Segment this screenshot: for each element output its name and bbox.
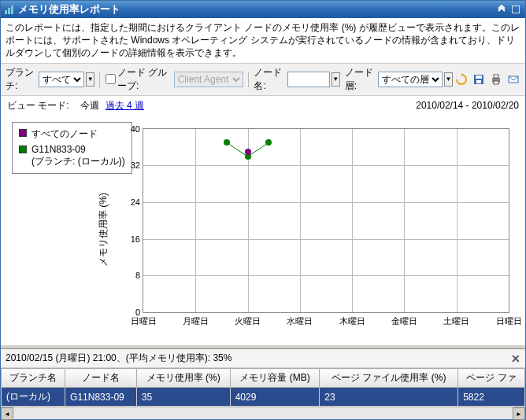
viewmode-current: 今週	[80, 99, 99, 112]
svg-rect-2	[11, 6, 13, 14]
data-point[interactable]	[245, 149, 251, 155]
svg-rect-9	[494, 81, 498, 84]
table-row[interactable]: (ローカル)G11N833-09354029235822	[2, 388, 525, 407]
plot-area[interactable]: 0816243240日曜日月曜日火曜日水曜日木曜日金曜日土曜日日曜日	[143, 128, 509, 313]
table-cell: 4029	[230, 388, 320, 407]
tier-dropdown-extra[interactable]: ▼	[444, 72, 453, 87]
y-tick: 24	[131, 197, 143, 207]
data-point[interactable]	[224, 139, 230, 146]
svg-rect-6	[476, 80, 481, 83]
chart: 0816243240日曜日月曜日火曜日水曜日木曜日金曜日土曜日日曜日	[119, 120, 517, 337]
table-cell: 5822	[458, 388, 525, 407]
title-text: メモリ使用率レポート	[18, 2, 120, 17]
scroll-right-button[interactable]: ►	[513, 407, 525, 420]
detail-header: 2010/02/15 (月曜日) 21:00、(平均メモリ使用率): 35% ✕	[1, 349, 525, 368]
legend-label: すべてのノード	[31, 127, 98, 141]
filter-bar: ブランチ: すべて ▼ ノード グループ: Client Agent ノード名:…	[1, 63, 525, 96]
x-tick: 水曜日	[287, 312, 313, 327]
legend-label: G11N833-09 (ブランチ: (ローカル))	[31, 144, 125, 168]
svg-rect-5	[476, 76, 482, 79]
table-cell: G11N833-09	[65, 388, 137, 407]
x-tick: 火曜日	[235, 312, 261, 327]
detail-table: ブランチ名ノード名メモリ使用率 (%)メモリ容量 (MB)ページ ファイル使用率…	[1, 368, 525, 407]
legend-item: すべてのノード	[19, 127, 125, 141]
column-header[interactable]: ノード名	[65, 369, 137, 388]
x-tick: 日曜日	[496, 312, 522, 327]
branch-select[interactable]: すべて	[39, 72, 84, 87]
print-icon[interactable]	[489, 72, 503, 87]
content: このレポートには、指定した期間におけるクライアント ノードのメモリ使用率 (%)…	[1, 18, 525, 419]
table-cell: 35	[136, 388, 230, 407]
chart-area: すべてのノードG11N833-09 (ブランチ: (ローカル)) メモリ使用率 …	[1, 116, 525, 344]
scroll-left-button[interactable]: ◄	[1, 407, 13, 420]
column-header[interactable]: ページ ファ	[458, 369, 525, 388]
svg-rect-1	[8, 8, 10, 14]
nodegroup-checkbox[interactable]	[106, 74, 116, 84]
x-tick: 月曜日	[183, 312, 209, 327]
table-cell: (ローカル)	[2, 388, 65, 407]
branch-dropdown-extra[interactable]: ▼	[86, 72, 94, 87]
svg-rect-3	[512, 6, 520, 13]
y-tick: 40	[131, 124, 143, 134]
nodename-input[interactable]	[287, 72, 330, 87]
save-icon[interactable]	[472, 72, 486, 87]
column-header[interactable]: ページ ファイル使用率 (%)	[320, 369, 458, 388]
y-tick: 32	[131, 160, 143, 170]
svg-rect-8	[494, 75, 498, 78]
x-tick: 日曜日	[131, 312, 157, 327]
viewmode-label: ビュー モード:	[7, 99, 69, 112]
y-tick: 8	[135, 271, 143, 280]
data-point[interactable]	[265, 139, 272, 146]
nodegroup-label: ノード グループ:	[117, 66, 171, 93]
legend-item: G11N833-09 (ブランチ: (ローカル))	[19, 144, 125, 168]
report-window: メモリ使用率レポート このレポートには、指定した期間におけるクライアント ノード…	[0, 0, 526, 420]
viewmode-link[interactable]: 過去 4 週	[106, 99, 144, 112]
nodename-dropdown[interactable]: ▼	[332, 72, 340, 87]
legend-swatch	[19, 129, 27, 137]
x-tick: 土曜日	[443, 312, 469, 327]
legend: すべてのノードG11N833-09 (ブランチ: (ローカル))	[12, 122, 132, 174]
legend-swatch	[19, 146, 27, 153]
svg-rect-0	[5, 10, 7, 14]
column-header[interactable]: メモリ使用率 (%)	[136, 369, 230, 388]
report-icon	[4, 4, 15, 15]
tier-label: ノード層:	[345, 66, 375, 93]
titlebar[interactable]: メモリ使用率レポート	[1, 1, 525, 18]
x-tick: 金曜日	[391, 312, 417, 327]
nodename-label: ノード名:	[254, 66, 283, 93]
collapse-button[interactable]	[495, 3, 508, 16]
detail-table-wrap[interactable]: ブランチ名ノード名メモリ使用率 (%)メモリ容量 (MB)ページ ファイル使用率…	[1, 368, 525, 407]
y-axis-label: メモリ使用率 (%)	[97, 193, 110, 267]
nodegroup-select: Client Agent	[174, 72, 243, 87]
close-button[interactable]	[509, 3, 522, 16]
viewmode-bar: ビュー モード: 今週 過去 4 週 2010/02/14 - 2010/02/…	[1, 96, 525, 116]
detail-panel: 2010/02/15 (月曜日) 21:00、(平均メモリ使用率): 35% ✕…	[1, 349, 525, 419]
x-tick: 木曜日	[339, 312, 365, 327]
column-header[interactable]: ブランチ名	[2, 369, 65, 388]
branch-label: ブランチ:	[6, 66, 35, 93]
date-range: 2010/02/14 - 2010/02/20	[416, 100, 519, 111]
email-icon[interactable]	[506, 72, 520, 87]
column-header[interactable]: メモリ容量 (MB)	[230, 369, 320, 388]
y-tick: 16	[131, 234, 143, 244]
detail-close-icon[interactable]: ✕	[511, 352, 520, 365]
horizontal-scrollbar[interactable]: ◄ ►	[1, 407, 525, 419]
table-cell: 23	[320, 388, 458, 407]
refresh-icon[interactable]	[454, 72, 469, 87]
tier-select[interactable]: すべての層	[378, 72, 443, 87]
description: このレポートには、指定した期間におけるクライアント ノードのメモリ使用率 (%)…	[1, 18, 525, 63]
detail-header-text: 2010/02/15 (月曜日) 21:00、(平均メモリ使用率): 35%	[6, 352, 232, 365]
